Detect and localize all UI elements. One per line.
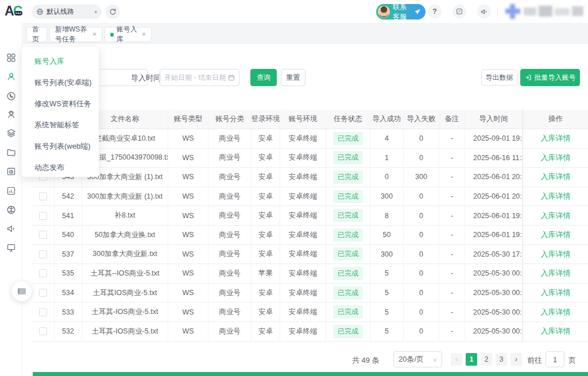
whatsapp-icon[interactable] (0, 88, 22, 103)
globe-network-icon[interactable] (0, 202, 22, 217)
row-checkbox[interactable] (39, 308, 47, 316)
status-badge: 已完成 (333, 305, 363, 319)
cell-login-env: 安卓 (252, 284, 280, 303)
cell-import-time: 2025-06-01 19:09:0 (465, 226, 523, 245)
cell-checkbox (32, 264, 55, 283)
cell-account-type: WS (168, 168, 208, 187)
tab-home[interactable]: 首页 (26, 27, 47, 42)
status-badge: 已完成 (333, 190, 363, 203)
status-badge: 已完成 (333, 228, 363, 242)
import-detail-link[interactable]: 入库详情 (541, 268, 571, 278)
support-headset-icon[interactable] (0, 107, 22, 122)
cell-file-name: 土耳其-IOS商业-5.txt (82, 303, 168, 321)
import-detail-link[interactable]: 入库详情 (541, 172, 571, 182)
close-icon[interactable]: × (92, 30, 96, 38)
row-checkbox[interactable] (39, 289, 47, 297)
menu-item-modify-ws-profile[interactable]: 修改WS资料任务 (22, 93, 99, 114)
user-account-blurred[interactable] (503, 3, 586, 20)
cell-remark: - (439, 206, 465, 225)
accounts-user-icon[interactable] (0, 69, 22, 84)
import-detail-link[interactable]: 入库详情 (541, 326, 571, 336)
dashboard-grid-icon[interactable] (0, 50, 22, 65)
cell-import-success: 4 (370, 129, 404, 148)
import-detail-link[interactable]: 入库详情 (541, 307, 571, 317)
cell-task-status: 已完成 (326, 206, 370, 225)
cell-task-status: 已完成 (326, 322, 370, 341)
row-checkbox[interactable] (39, 327, 47, 335)
menu-item-account-list-android[interactable]: 账号列表(安卓端) (22, 72, 99, 93)
cell-task-status: 已完成 (326, 149, 370, 168)
feedback-button[interactable] (452, 5, 466, 18)
cell-login-env: 安卓 (252, 149, 280, 168)
help-button[interactable]: ? (428, 5, 442, 18)
cell-actions: 入库详情 (523, 322, 588, 341)
menu-item-account-list-web[interactable]: 账号列表(web端) (22, 135, 99, 157)
tab-account-import[interactable]: 账号入库 × (105, 27, 152, 42)
status-badge: 已完成 (333, 151, 363, 164)
blur-block (505, 9, 520, 14)
menu-item-dynamic-publish[interactable]: 动态发布 (22, 157, 99, 178)
bottom-accent-bar[interactable] (33, 372, 588, 376)
contact-support-button[interactable]: 联系客服 (376, 4, 425, 20)
line-selector-dropdown[interactable]: 默认线路 ▾ (32, 5, 102, 19)
refresh-button[interactable] (106, 5, 120, 19)
schedule-icon[interactable] (0, 164, 22, 179)
topbar: AC ••• 默认线路 ▾ 联系客服 ? (0, 0, 588, 23)
cell-file-name: 300加拿大商业新 (1).txt (82, 187, 168, 206)
search-button[interactable]: 查询 (250, 69, 277, 86)
import-detail-link[interactable]: 入库详情 (541, 211, 571, 221)
cell-checkbox (32, 187, 55, 206)
announcement-button[interactable] (477, 5, 491, 18)
page-button-3[interactable]: 3 (496, 353, 507, 366)
cell-remark: - (439, 245, 465, 264)
cell-account-category: 商业号 (208, 187, 252, 206)
page-button-1[interactable]: 1 (466, 353, 477, 366)
cell-import-success: 5 (370, 303, 404, 321)
prev-page-button[interactable]: ‹ (451, 353, 462, 366)
reset-button[interactable]: 重置 (281, 69, 305, 86)
row-checkbox[interactable] (39, 269, 47, 277)
row-checkbox[interactable] (39, 231, 47, 239)
chart-icon[interactable] (0, 183, 22, 198)
horn-icon[interactable] (0, 221, 22, 236)
import-detail-link[interactable]: 入库详情 (541, 230, 571, 240)
cell-account-category: 商业号 (208, 129, 252, 148)
goto-page-input[interactable] (546, 351, 564, 367)
date-range-picker[interactable]: 开始日期 - 结束日期 (160, 69, 239, 86)
cell-account-category: 商业号 (208, 226, 252, 245)
tab-new-ws-task[interactable]: 新增WS养号任务 × (49, 27, 102, 42)
import-detail-link[interactable]: 入库详情 (541, 249, 571, 259)
cell-account-env: 安卓终端 (280, 264, 326, 283)
page-size-select[interactable]: 20条/页 ∨ (393, 351, 442, 367)
layers-icon[interactable] (0, 125, 22, 140)
cell-actions: 入库详情 (523, 168, 588, 187)
bulk-import-button[interactable]: 批量导入账号 (520, 69, 580, 86)
import-arrow-icon (525, 74, 532, 81)
import-detail-link[interactable]: 入库详情 (541, 153, 571, 163)
table-row: 542 300加拿大商业新 (1).txt WS 商业号 安卓 安卓终端 已完成… (32, 187, 588, 207)
export-data-button[interactable]: 导出数据 (481, 69, 517, 86)
contact-support-label: 联系客服 (393, 2, 411, 22)
header-account-env: 账号环境 (280, 110, 326, 129)
cell-account-type: WS (168, 206, 208, 225)
close-icon[interactable]: × (142, 30, 146, 38)
menu-item-account-import[interactable]: 账号入库 (22, 51, 99, 72)
cell-import-success: 0 (370, 168, 404, 187)
import-detail-link[interactable]: 入库详情 (541, 191, 571, 201)
folder-icon[interactable] (0, 145, 22, 160)
row-checkbox[interactable] (39, 192, 47, 200)
menu-item-smart-tags[interactable]: 系统智能标签 (22, 114, 99, 135)
next-page-button[interactable]: › (510, 353, 522, 366)
status-badge: 已完成 (333, 267, 363, 280)
import-detail-link[interactable]: 入库详情 (541, 133, 571, 144)
cell-account-type: WS (168, 187, 208, 206)
import-detail-link[interactable]: 入库详情 (541, 288, 571, 298)
page-button-2[interactable]: 2 (481, 353, 492, 366)
row-checkbox[interactable] (39, 250, 47, 258)
goto-label: 前往 (527, 355, 542, 366)
floating-widget-button[interactable] (11, 281, 32, 301)
row-checkbox[interactable] (39, 212, 47, 220)
monitor-icon[interactable] (0, 240, 22, 255)
header-remark: 备注 (439, 110, 465, 129)
cell-id: 541 (55, 206, 82, 225)
